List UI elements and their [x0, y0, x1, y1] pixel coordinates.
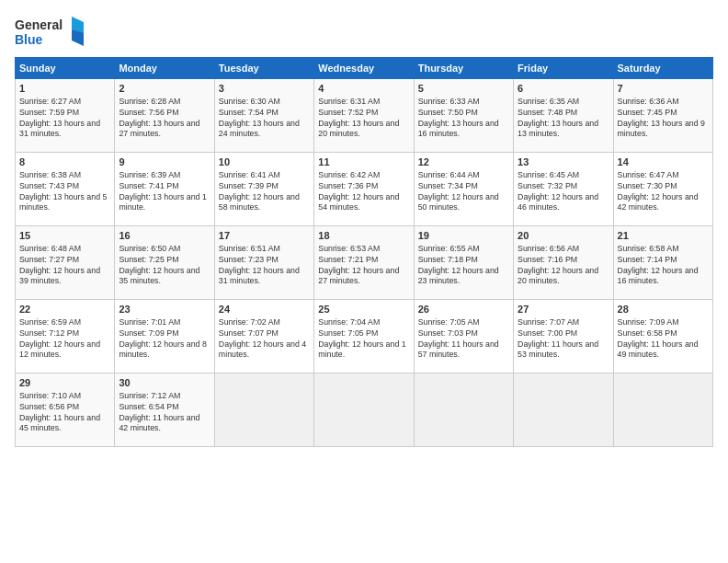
day-number: 14 — [618, 155, 709, 169]
weekday-header-saturday: Saturday — [613, 58, 712, 79]
calendar-cell: 10Sunrise: 6:41 AMSunset: 7:39 PMDayligh… — [214, 153, 313, 226]
calendar-table: SundayMondayTuesdayWednesdayThursdayFrid… — [15, 57, 713, 447]
day-info: Sunrise: 6:42 AMSunset: 7:36 PMDaylight:… — [318, 170, 409, 214]
calendar-cell — [414, 373, 513, 447]
calendar-cell: 15Sunrise: 6:48 AMSunset: 7:27 PMDayligh… — [16, 226, 115, 300]
day-number: 19 — [418, 229, 509, 243]
day-number: 30 — [119, 376, 210, 390]
calendar-week-row: 1Sunrise: 6:27 AMSunset: 7:59 PMDaylight… — [16, 79, 713, 153]
calendar-cell: 25Sunrise: 7:04 AMSunset: 7:05 PMDayligh… — [314, 300, 414, 373]
day-info: Sunrise: 6:36 AMSunset: 7:45 PMDaylight:… — [618, 97, 709, 141]
day-info: Sunrise: 7:01 AMSunset: 7:09 PMDaylight:… — [119, 317, 210, 362]
day-number: 6 — [518, 82, 609, 96]
calendar-cell: 18Sunrise: 6:53 AMSunset: 7:21 PMDayligh… — [314, 226, 414, 300]
weekday-header-friday: Friday — [514, 58, 613, 79]
calendar-cell: 29Sunrise: 7:10 AMSunset: 6:56 PMDayligh… — [16, 373, 115, 447]
day-number: 2 — [119, 82, 210, 96]
day-info: Sunrise: 7:07 AMSunset: 7:00 PMDaylight:… — [518, 317, 609, 362]
day-info: Sunrise: 7:12 AMSunset: 6:54 PMDaylight:… — [119, 391, 210, 435]
calendar-cell: 7Sunrise: 6:36 AMSunset: 7:45 PMDaylight… — [613, 79, 712, 153]
day-number: 11 — [318, 155, 409, 169]
svg-text:Blue: Blue — [15, 32, 43, 47]
day-info: Sunrise: 6:48 AMSunset: 7:27 PMDaylight:… — [19, 244, 110, 288]
calendar-cell: 2Sunrise: 6:28 AMSunset: 7:56 PMDaylight… — [115, 79, 214, 153]
calendar-cell: 16Sunrise: 6:50 AMSunset: 7:25 PMDayligh… — [115, 226, 214, 300]
day-number: 12 — [418, 155, 509, 169]
day-info: Sunrise: 6:31 AMSunset: 7:52 PMDaylight:… — [318, 97, 409, 141]
day-number: 16 — [119, 229, 210, 243]
day-info: Sunrise: 6:27 AMSunset: 7:59 PMDaylight:… — [19, 97, 110, 141]
calendar-cell — [514, 373, 613, 447]
day-info: Sunrise: 6:50 AMSunset: 7:25 PMDaylight:… — [119, 244, 210, 288]
day-number: 26 — [418, 303, 509, 316]
day-number: 24 — [219, 303, 310, 316]
weekday-header-sunday: Sunday — [16, 58, 115, 79]
day-info: Sunrise: 6:53 AMSunset: 7:21 PMDaylight:… — [318, 244, 409, 288]
calendar-cell: 12Sunrise: 6:44 AMSunset: 7:34 PMDayligh… — [414, 153, 513, 226]
day-number: 9 — [119, 155, 210, 169]
day-number: 21 — [618, 229, 709, 243]
calendar-cell — [314, 373, 414, 447]
calendar-cell: 11Sunrise: 6:42 AMSunset: 7:36 PMDayligh… — [314, 153, 414, 226]
calendar-cell: 6Sunrise: 6:35 AMSunset: 7:48 PMDaylight… — [514, 79, 613, 153]
calendar-cell: 20Sunrise: 6:56 AMSunset: 7:16 PMDayligh… — [514, 226, 613, 300]
day-number: 4 — [318, 82, 409, 96]
calendar-cell: 9Sunrise: 6:39 AMSunset: 7:41 PMDaylight… — [115, 153, 214, 226]
day-info: Sunrise: 7:02 AMSunset: 7:07 PMDaylight:… — [219, 317, 310, 362]
day-info: Sunrise: 7:09 AMSunset: 6:58 PMDaylight:… — [618, 317, 709, 362]
day-info: Sunrise: 7:10 AMSunset: 6:56 PMDaylight:… — [19, 391, 110, 435]
calendar-cell — [214, 373, 313, 447]
calendar-page: GeneralBlue SundayMondayTuesdayWednesday… — [0, 0, 728, 563]
calendar-cell: 28Sunrise: 7:09 AMSunset: 6:58 PMDayligh… — [613, 300, 712, 373]
day-number: 7 — [618, 82, 709, 96]
day-info: Sunrise: 6:44 AMSunset: 7:34 PMDaylight:… — [418, 170, 509, 214]
calendar-cell: 3Sunrise: 6:30 AMSunset: 7:54 PMDaylight… — [214, 79, 313, 153]
weekday-header-tuesday: Tuesday — [214, 58, 313, 79]
calendar-body: 1Sunrise: 6:27 AMSunset: 7:59 PMDaylight… — [16, 79, 713, 447]
day-info: Sunrise: 7:05 AMSunset: 7:03 PMDaylight:… — [418, 317, 509, 362]
weekday-header-thursday: Thursday — [414, 58, 513, 79]
calendar-cell: 4Sunrise: 6:31 AMSunset: 7:52 PMDaylight… — [314, 79, 414, 153]
calendar-week-row: 29Sunrise: 7:10 AMSunset: 6:56 PMDayligh… — [16, 373, 713, 447]
calendar-cell: 5Sunrise: 6:33 AMSunset: 7:50 PMDaylight… — [414, 79, 513, 153]
day-number: 20 — [518, 229, 609, 243]
day-number: 28 — [618, 303, 709, 316]
calendar-cell: 23Sunrise: 7:01 AMSunset: 7:09 PMDayligh… — [115, 300, 214, 373]
calendar-week-row: 22Sunrise: 6:59 AMSunset: 7:12 PMDayligh… — [16, 300, 713, 373]
day-info: Sunrise: 7:04 AMSunset: 7:05 PMDaylight:… — [318, 317, 409, 362]
calendar-cell: 30Sunrise: 7:12 AMSunset: 6:54 PMDayligh… — [115, 373, 214, 447]
calendar-cell: 27Sunrise: 7:07 AMSunset: 7:00 PMDayligh… — [514, 300, 613, 373]
day-number: 15 — [19, 229, 110, 243]
day-number: 13 — [518, 155, 609, 169]
weekday-row: SundayMondayTuesdayWednesdayThursdayFrid… — [16, 58, 713, 79]
day-info: Sunrise: 6:35 AMSunset: 7:48 PMDaylight:… — [518, 97, 609, 141]
day-info: Sunrise: 6:30 AMSunset: 7:54 PMDaylight:… — [219, 97, 310, 141]
day-info: Sunrise: 6:39 AMSunset: 7:41 PMDaylight:… — [119, 170, 210, 214]
day-info: Sunrise: 6:56 AMSunset: 7:16 PMDaylight:… — [518, 244, 609, 288]
day-number: 8 — [19, 155, 110, 169]
day-info: Sunrise: 6:41 AMSunset: 7:39 PMDaylight:… — [219, 170, 310, 214]
calendar-cell — [613, 373, 712, 447]
calendar-week-row: 8Sunrise: 6:38 AMSunset: 7:43 PMDaylight… — [16, 153, 713, 226]
day-info: Sunrise: 6:47 AMSunset: 7:30 PMDaylight:… — [618, 170, 709, 214]
day-number: 29 — [19, 376, 110, 390]
calendar-cell: 21Sunrise: 6:58 AMSunset: 7:14 PMDayligh… — [613, 226, 712, 300]
calendar-cell: 24Sunrise: 7:02 AMSunset: 7:07 PMDayligh… — [214, 300, 313, 373]
svg-text:General: General — [15, 17, 63, 32]
day-number: 17 — [219, 229, 310, 243]
calendar-week-row: 15Sunrise: 6:48 AMSunset: 7:27 PMDayligh… — [16, 226, 713, 300]
day-info: Sunrise: 6:51 AMSunset: 7:23 PMDaylight:… — [219, 244, 310, 288]
calendar-cell: 1Sunrise: 6:27 AMSunset: 7:59 PMDaylight… — [16, 79, 115, 153]
day-number: 1 — [19, 82, 110, 96]
day-info: Sunrise: 6:45 AMSunset: 7:32 PMDaylight:… — [518, 170, 609, 214]
logo: GeneralBlue — [15, 15, 88, 52]
calendar-cell: 22Sunrise: 6:59 AMSunset: 7:12 PMDayligh… — [16, 300, 115, 373]
day-number: 10 — [219, 155, 310, 169]
weekday-header-wednesday: Wednesday — [314, 58, 414, 79]
weekday-header-monday: Monday — [115, 58, 214, 79]
day-info: Sunrise: 6:55 AMSunset: 7:18 PMDaylight:… — [418, 244, 509, 288]
day-number: 18 — [318, 229, 409, 243]
page-header: GeneralBlue — [15, 15, 713, 52]
day-number: 3 — [219, 82, 310, 96]
day-info: Sunrise: 6:28 AMSunset: 7:56 PMDaylight:… — [119, 97, 210, 141]
